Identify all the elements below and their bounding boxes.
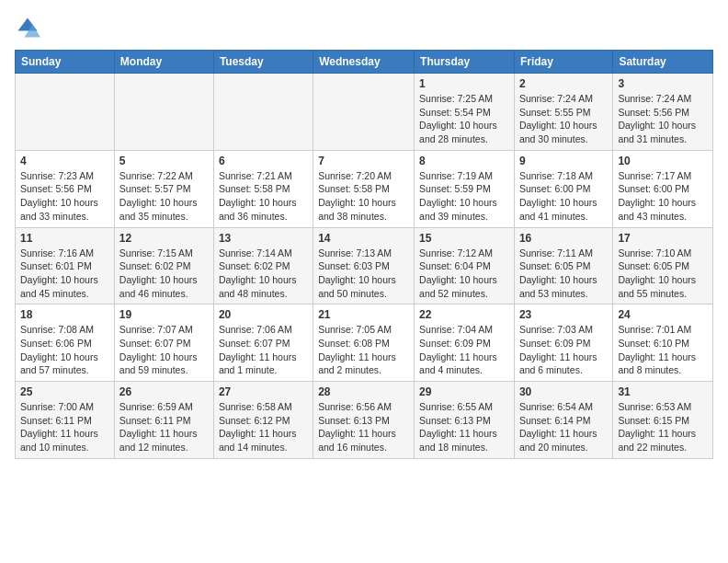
logo: [15, 15, 44, 40]
calendar-week-1: 1Sunrise: 7:25 AM Sunset: 5:54 PM Daylig…: [16, 74, 713, 151]
header-sunday: Sunday: [16, 51, 115, 74]
day-number: 30: [519, 385, 608, 398]
day-number: 17: [618, 232, 708, 245]
day-info: Sunrise: 7:06 AM Sunset: 6:07 PM Dayligh…: [219, 323, 308, 377]
day-number: 6: [219, 155, 308, 167]
day-number: 4: [20, 155, 109, 167]
calendar-week-3: 11Sunrise: 7:16 AM Sunset: 6:01 PM Dayli…: [16, 227, 713, 304]
day-number: 11: [20, 232, 109, 245]
calendar-cell: 31Sunrise: 6:53 AM Sunset: 6:15 PM Dayli…: [613, 382, 713, 459]
calendar-cell: [114, 74, 213, 151]
calendar-cell: [16, 74, 115, 151]
calendar-cell: 20Sunrise: 7:06 AM Sunset: 6:07 PM Dayli…: [213, 304, 313, 382]
day-number: 12: [119, 232, 209, 245]
calendar-cell: 16Sunrise: 7:11 AM Sunset: 6:05 PM Dayli…: [514, 227, 612, 304]
day-number: 7: [318, 155, 409, 167]
day-number: 9: [519, 155, 608, 167]
calendar-cell: 15Sunrise: 7:12 AM Sunset: 6:04 PM Dayli…: [415, 227, 515, 304]
day-number: 21: [318, 308, 409, 321]
day-info: Sunrise: 7:24 AM Sunset: 5:55 PM Dayligh…: [519, 92, 608, 146]
calendar-cell: 8Sunrise: 7:19 AM Sunset: 5:59 PM Daylig…: [415, 150, 515, 227]
calendar-cell: 3Sunrise: 7:24 AM Sunset: 5:56 PM Daylig…: [613, 74, 713, 151]
day-info: Sunrise: 7:22 AM Sunset: 5:57 PM Dayligh…: [119, 169, 209, 224]
calendar-week-4: 18Sunrise: 7:08 AM Sunset: 6:06 PM Dayli…: [16, 304, 713, 382]
calendar-cell: 26Sunrise: 6:59 AM Sunset: 6:11 PM Dayli…: [114, 382, 213, 459]
calendar-week-5: 25Sunrise: 7:00 AM Sunset: 6:11 PM Dayli…: [16, 382, 713, 459]
day-number: 15: [419, 232, 509, 245]
day-number: 8: [419, 155, 509, 167]
day-number: 26: [119, 385, 209, 398]
day-info: Sunrise: 7:07 AM Sunset: 6:07 PM Dayligh…: [119, 323, 209, 377]
day-number: 24: [618, 308, 708, 321]
day-number: 10: [618, 155, 708, 167]
day-info: Sunrise: 7:00 AM Sunset: 6:11 PM Dayligh…: [20, 400, 109, 454]
calendar-cell: 6Sunrise: 7:21 AM Sunset: 5:58 PM Daylig…: [213, 150, 313, 227]
day-info: Sunrise: 7:23 AM Sunset: 5:56 PM Dayligh…: [20, 169, 109, 224]
calendar-header-row: SundayMondayTuesdayWednesdayThursdayFrid…: [16, 51, 713, 74]
header-wednesday: Wednesday: [313, 51, 415, 74]
day-number: 29: [419, 385, 509, 398]
day-number: 13: [219, 232, 308, 245]
calendar-cell: 28Sunrise: 6:56 AM Sunset: 6:13 PM Dayli…: [313, 382, 415, 459]
day-info: Sunrise: 6:54 AM Sunset: 6:14 PM Dayligh…: [519, 400, 608, 454]
calendar-cell: 23Sunrise: 7:03 AM Sunset: 6:09 PM Dayli…: [514, 304, 612, 382]
day-info: Sunrise: 6:56 AM Sunset: 6:13 PM Dayligh…: [318, 400, 409, 454]
calendar-cell: 5Sunrise: 7:22 AM Sunset: 5:57 PM Daylig…: [114, 150, 213, 227]
calendar-cell: 24Sunrise: 7:01 AM Sunset: 6:10 PM Dayli…: [613, 304, 713, 382]
calendar-cell: 22Sunrise: 7:04 AM Sunset: 6:09 PM Dayli…: [415, 304, 515, 382]
day-info: Sunrise: 7:13 AM Sunset: 6:03 PM Dayligh…: [318, 247, 409, 301]
day-number: 14: [318, 232, 409, 245]
day-number: 31: [618, 385, 708, 398]
calendar-cell: 7Sunrise: 7:20 AM Sunset: 5:58 PM Daylig…: [313, 150, 415, 227]
day-number: 16: [519, 232, 608, 245]
header-monday: Monday: [114, 51, 213, 74]
calendar-cell: 19Sunrise: 7:07 AM Sunset: 6:07 PM Dayli…: [114, 304, 213, 382]
day-number: 5: [119, 155, 209, 167]
header-tuesday: Tuesday: [213, 51, 313, 74]
header-friday: Friday: [514, 51, 612, 74]
day-info: Sunrise: 6:58 AM Sunset: 6:12 PM Dayligh…: [219, 400, 308, 454]
day-number: 28: [318, 385, 409, 398]
day-number: 1: [419, 77, 509, 90]
calendar-cell: 13Sunrise: 7:14 AM Sunset: 6:02 PM Dayli…: [213, 227, 313, 304]
calendar-cell: 29Sunrise: 6:55 AM Sunset: 6:13 PM Dayli…: [415, 382, 515, 459]
day-info: Sunrise: 7:19 AM Sunset: 5:59 PM Dayligh…: [419, 169, 509, 224]
calendar-week-2: 4Sunrise: 7:23 AM Sunset: 5:56 PM Daylig…: [16, 150, 713, 227]
day-number: 25: [20, 385, 109, 398]
calendar-cell: 27Sunrise: 6:58 AM Sunset: 6:12 PM Dayli…: [213, 382, 313, 459]
calendar-cell: 14Sunrise: 7:13 AM Sunset: 6:03 PM Dayli…: [313, 227, 415, 304]
day-info: Sunrise: 7:18 AM Sunset: 6:00 PM Dayligh…: [519, 169, 608, 224]
day-number: 2: [519, 77, 608, 90]
day-number: 23: [519, 308, 608, 321]
calendar-cell: 25Sunrise: 7:00 AM Sunset: 6:11 PM Dayli…: [16, 382, 115, 459]
day-info: Sunrise: 6:53 AM Sunset: 6:15 PM Dayligh…: [618, 400, 708, 454]
day-number: 19: [119, 308, 209, 321]
day-info: Sunrise: 6:59 AM Sunset: 6:11 PM Dayligh…: [119, 400, 209, 454]
calendar-cell: 1Sunrise: 7:25 AM Sunset: 5:54 PM Daylig…: [415, 74, 515, 151]
day-info: Sunrise: 7:16 AM Sunset: 6:01 PM Dayligh…: [20, 247, 109, 301]
day-number: 27: [219, 385, 308, 398]
calendar-cell: 21Sunrise: 7:05 AM Sunset: 6:08 PM Dayli…: [313, 304, 415, 382]
day-info: Sunrise: 6:55 AM Sunset: 6:13 PM Dayligh…: [419, 400, 509, 454]
calendar-cell: [313, 74, 415, 151]
day-info: Sunrise: 7:04 AM Sunset: 6:09 PM Dayligh…: [419, 323, 509, 377]
day-info: Sunrise: 7:20 AM Sunset: 5:58 PM Dayligh…: [318, 169, 409, 224]
page-header: [15, 15, 713, 40]
calendar-cell: 18Sunrise: 7:08 AM Sunset: 6:06 PM Dayli…: [16, 304, 115, 382]
calendar-cell: 4Sunrise: 7:23 AM Sunset: 5:56 PM Daylig…: [16, 150, 115, 227]
day-info: Sunrise: 7:03 AM Sunset: 6:09 PM Dayligh…: [519, 323, 608, 377]
day-info: Sunrise: 7:17 AM Sunset: 6:00 PM Dayligh…: [618, 169, 708, 224]
day-info: Sunrise: 7:14 AM Sunset: 6:02 PM Dayligh…: [219, 247, 308, 301]
logo-icon: [15, 15, 40, 40]
day-info: Sunrise: 7:21 AM Sunset: 5:58 PM Dayligh…: [219, 169, 308, 224]
calendar-cell: 17Sunrise: 7:10 AM Sunset: 6:05 PM Dayli…: [613, 227, 713, 304]
day-info: Sunrise: 7:11 AM Sunset: 6:05 PM Dayligh…: [519, 247, 608, 301]
calendar-table: SundayMondayTuesdayWednesdayThursdayFrid…: [15, 50, 713, 459]
day-number: 22: [419, 308, 509, 321]
header-thursday: Thursday: [415, 51, 515, 74]
day-info: Sunrise: 7:15 AM Sunset: 6:02 PM Dayligh…: [119, 247, 209, 301]
day-info: Sunrise: 7:25 AM Sunset: 5:54 PM Dayligh…: [419, 92, 509, 146]
day-number: 20: [219, 308, 308, 321]
calendar-cell: [213, 74, 313, 151]
calendar-cell: 10Sunrise: 7:17 AM Sunset: 6:00 PM Dayli…: [613, 150, 713, 227]
